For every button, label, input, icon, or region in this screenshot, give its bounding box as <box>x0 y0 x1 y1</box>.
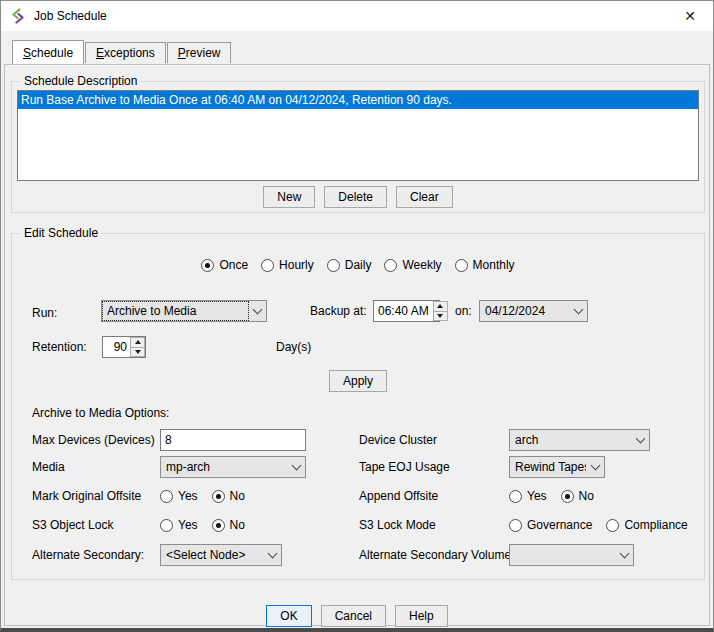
footer-buttons-row: OK Cancel Help <box>1 605 713 627</box>
tab-accel: P <box>178 46 186 60</box>
mark-original-offsite-yes-radio[interactable]: Yes <box>160 489 198 503</box>
radio-icon <box>384 259 397 272</box>
s3-object-lock-no-radio[interactable]: No <box>212 518 245 532</box>
alternate-secondary-select[interactable]: <Select Node> <box>160 544 282 566</box>
retention-input[interactable]: 90 <box>102 336 146 358</box>
ok-button[interactable]: OK <box>266 605 311 627</box>
chevron-down-icon <box>570 301 587 321</box>
tape-eoj-usage-select[interactable]: Rewind Tapes <box>509 456 605 478</box>
s3-object-lock-radio-group: Yes No <box>160 516 245 534</box>
tab-rest: review <box>186 46 221 60</box>
schedule-description-group-label: Schedule Description <box>20 74 141 88</box>
schedule-description-group: Schedule Description Run Base Archive to… <box>11 81 705 213</box>
append-offsite-yes-radio[interactable]: Yes <box>509 489 547 503</box>
retention-value: 90 <box>103 337 130 357</box>
tab-schedule[interactable]: Schedule <box>12 40 84 64</box>
tab-schedule-label: Schedule <box>23 46 73 60</box>
radio-icon <box>606 519 619 532</box>
alternate-secondary-volume-label: Alternate Secondary Volume: <box>359 544 514 566</box>
tape-eoj-usage-label: Tape EOJ Usage <box>359 456 450 478</box>
retention-unit-label: Day(s) <box>276 336 311 358</box>
s3-lock-mode-radio-group: Governance Compliance <box>509 516 688 534</box>
chevron-down-icon <box>616 545 633 565</box>
radio-icon <box>455 259 468 272</box>
yes-label: Yes <box>178 518 198 532</box>
chevron-down-icon <box>587 457 604 477</box>
no-label: No <box>230 518 245 532</box>
clear-button[interactable]: Clear <box>396 186 453 208</box>
tab-preview[interactable]: Preview <box>167 42 232 63</box>
mark-original-offsite-no-radio[interactable]: No <box>212 489 245 503</box>
radio-daily-label: Daily <box>345 258 372 272</box>
tab-accel: S <box>23 46 31 60</box>
s3-lock-mode-governance-radio[interactable]: Governance <box>509 518 592 532</box>
tab-exceptions-label: Exceptions <box>96 46 155 60</box>
radio-once[interactable]: Once <box>201 258 248 272</box>
spin-up-button[interactable] <box>433 301 448 312</box>
apply-button[interactable]: Apply <box>329 370 387 392</box>
help-button[interactable]: Help <box>395 605 448 627</box>
s3-object-lock-yes-radio[interactable]: Yes <box>160 518 198 532</box>
app-logo-icon <box>10 8 26 24</box>
no-label: No <box>579 489 594 503</box>
arrow-up-icon <box>135 340 141 344</box>
alternate-secondary-volume-select[interactable] <box>509 544 634 566</box>
tab-rest: xceptions <box>104 46 155 60</box>
radio-once-label: Once <box>219 258 248 272</box>
radio-selected-icon <box>212 490 225 503</box>
on-date-select[interactable]: 04/12/2024 <box>479 300 588 322</box>
max-devices-input[interactable] <box>160 429 306 451</box>
options-heading: Archive to Media Options: <box>32 402 169 424</box>
tab-rest: chedule <box>31 46 73 60</box>
radio-daily[interactable]: Daily <box>327 258 372 272</box>
retention-spinner <box>130 337 145 357</box>
radio-icon <box>261 259 274 272</box>
device-cluster-value: arch <box>511 431 631 449</box>
device-cluster-label: Device Cluster <box>359 429 437 451</box>
radio-icon <box>160 519 173 532</box>
radio-monthly[interactable]: Monthly <box>455 258 515 272</box>
yes-label: Yes <box>527 489 547 503</box>
spin-down-button[interactable] <box>130 348 145 358</box>
media-select[interactable]: mp-arch <box>160 456 306 478</box>
close-icon: ✕ <box>684 8 696 24</box>
append-offsite-no-radio[interactable]: No <box>561 489 594 503</box>
compliance-label: Compliance <box>624 518 687 532</box>
mark-original-offsite-radio-group: Yes No <box>160 487 245 505</box>
tab-preview-label: Preview <box>178 46 221 60</box>
retention-label: Retention: <box>32 336 87 358</box>
chevron-down-icon <box>264 545 281 565</box>
mark-original-offsite-label: Mark Original Offsite <box>32 487 141 505</box>
delete-button[interactable]: Delete <box>324 186 387 208</box>
run-select[interactable]: Archive to Media <box>101 300 267 322</box>
backup-at-label: Backup at: <box>310 300 367 322</box>
chevron-down-icon <box>632 430 649 450</box>
backup-time-input[interactable]: 06:40 AM <box>373 300 440 322</box>
s3-lock-mode-compliance-radio[interactable]: Compliance <box>606 518 687 532</box>
on-date-value: 04/12/2024 <box>481 302 569 320</box>
spin-up-button[interactable] <box>130 337 145 348</box>
radio-icon <box>160 490 173 503</box>
cancel-button[interactable]: Cancel <box>321 605 386 627</box>
schedule-list-item[interactable]: Run Base Archive to Media Once at 06:40 … <box>18 91 698 109</box>
tab-strip: Schedule Exceptions Preview <box>12 40 232 63</box>
arrow-down-icon <box>135 350 141 354</box>
radio-selected-icon <box>212 519 225 532</box>
max-devices-label: Max Devices (Devices) <box>32 429 155 451</box>
arrow-up-icon <box>437 304 443 308</box>
close-button[interactable]: ✕ <box>667 1 713 31</box>
radio-hourly[interactable]: Hourly <box>261 258 314 272</box>
chevron-down-icon <box>249 301 266 321</box>
radio-weekly[interactable]: Weekly <box>384 258 441 272</box>
radio-weekly-label: Weekly <box>402 258 441 272</box>
new-button[interactable]: New <box>263 186 315 208</box>
spin-down-button[interactable] <box>433 312 448 322</box>
chevron-down-icon <box>288 457 305 477</box>
radio-icon <box>509 519 522 532</box>
s3-lock-mode-label: S3 Lock Mode <box>359 516 436 534</box>
governance-label: Governance <box>527 518 592 532</box>
alternate-secondary-value: <Select Node> <box>162 546 263 564</box>
tab-exceptions[interactable]: Exceptions <box>85 42 166 63</box>
schedule-list[interactable]: Run Base Archive to Media Once at 06:40 … <box>17 90 699 181</box>
device-cluster-select[interactable]: arch <box>509 429 650 451</box>
